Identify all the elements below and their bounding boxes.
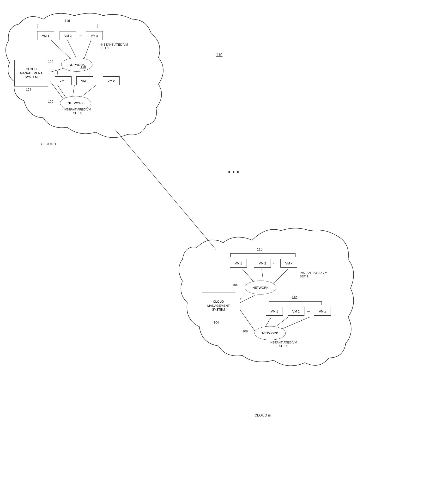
cloud1-cms-ref: 104 <box>26 88 31 91</box>
between-clouds-dots: ••• <box>228 168 241 176</box>
cloudm-vmsetn-vm1: VM 1 <box>266 307 283 316</box>
cloudm-vmsetn-vm2: VM 2 <box>288 307 304 316</box>
cloudm-vmsetn-dots: ··· <box>307 309 310 314</box>
svg-line-4 <box>84 40 91 59</box>
cloudm-vmsetn-label: INSTANTIATED VMSET n <box>259 341 307 348</box>
diagram-svg <box>0 0 448 490</box>
cloudm-network2: NETWORK <box>255 326 286 340</box>
svg-line-9 <box>240 296 255 303</box>
cloud1-vmsetn-vm2: VM 2 <box>76 76 93 85</box>
cloud1-vmsetn-vmz: VM z <box>103 76 120 85</box>
cloud1-vmsetn-vm1: VM 1 <box>55 76 71 85</box>
cloudm-vmset1-vm2: VM 2 <box>254 259 271 268</box>
cloudm-cms-ref: 104 <box>214 321 219 324</box>
cloudm-network2-ref: 106 <box>242 330 248 333</box>
svg-line-3 <box>67 40 77 59</box>
ref-110: 110 <box>216 53 223 57</box>
cloudm-label: CLOUD m <box>255 413 271 417</box>
cloudm-vmsetn-vmz: VM z <box>314 307 331 316</box>
cloud1-network1: NETWORK <box>61 58 92 71</box>
cloud1-vmsetn-ref: 116 <box>80 65 86 69</box>
cloud1-vmsetn-label: INSTANTIATED VMSET n <box>56 108 99 115</box>
cloud1-label: CLOUD 1 <box>41 142 56 146</box>
cloud1-vmset1-vm1: VM 1 <box>37 31 54 40</box>
cloud1-vmset1-dots: ··· <box>79 34 82 38</box>
cloud1-vmset1-ref: 116 <box>64 19 70 23</box>
cloudm-cms-box: CLOUDMANAGEMENTSYSTEM <box>202 293 235 319</box>
cloud1-network1-ref: 106 <box>48 60 53 63</box>
cloud1-cms-box: CLOUDMANAGEMENTSYSTEM <box>14 60 48 87</box>
cloud1-vmset1-label: INSTANTIATED VMSET 1 <box>100 43 139 50</box>
svg-line-2 <box>51 40 72 60</box>
cloud1-vmsetn-dots: ··· <box>95 79 99 83</box>
cloudm-vmset1-dots: ··· <box>273 261 276 266</box>
cloudm-vmsets-dots: • <box>240 297 241 302</box>
cloudm-vmset1-label: INSTANTIATED VMSET 1 <box>300 271 340 278</box>
cloudm-vmset1-vmx: VM x <box>280 259 297 268</box>
cloudm-vmset1-vm1: VM 1 <box>230 259 247 268</box>
cloud1-vmset1-vmx: VM x <box>86 31 103 40</box>
cloudm-vmset1-ref: 116 <box>257 247 262 251</box>
cloud1-network2-ref: 106 <box>48 100 53 103</box>
cloudm-network1-ref: 106 <box>233 283 238 287</box>
cloudm-network1: NETWORK <box>245 280 276 295</box>
diagram-container: VM 1 VM 2 ··· VM x 116 NETWORK 106 INSTA… <box>0 0 448 490</box>
cloudm-vmsetn-ref: 116 <box>292 295 297 299</box>
svg-line-8 <box>115 130 216 250</box>
cloud1-vmset1-vm2: VM 2 <box>60 31 76 40</box>
